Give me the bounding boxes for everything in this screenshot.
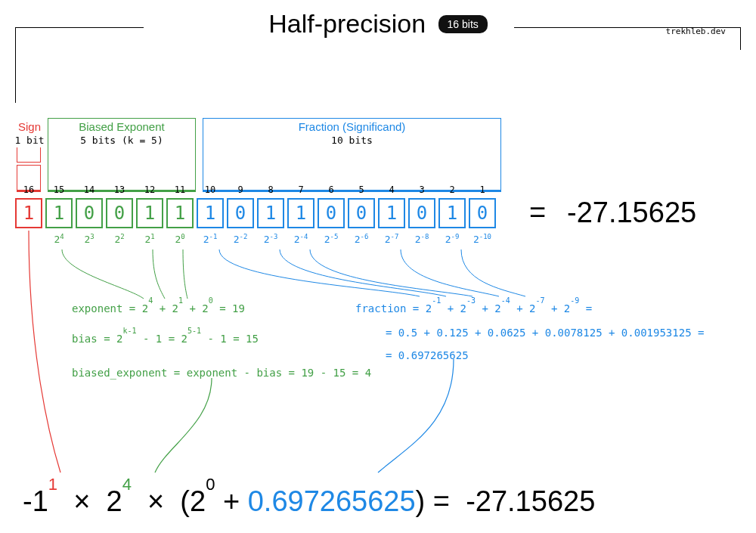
bit-13: 0: [106, 198, 133, 228]
title-bracket-right: [514, 27, 741, 50]
frac-power--10: 2-10: [469, 233, 496, 245]
bit-index-4: 4: [378, 184, 405, 195]
sign-connector: [17, 147, 41, 163]
bit-7: 1: [287, 198, 314, 228]
equals-sign: =: [529, 197, 546, 229]
bit-9: 0: [227, 198, 254, 228]
exp-line-1: exponent = 24 + 21 + 20 = 19: [72, 301, 245, 315]
bit-15: 1: [45, 198, 73, 228]
bit-11: 1: [166, 198, 194, 228]
exp-line-2: bias = 2k-1 - 1 = 25-1 - 1 = 15: [72, 331, 259, 345]
result-value: -27.15625: [567, 197, 696, 229]
frac-power--4: 2-4: [287, 233, 314, 245]
bit-2: 1: [438, 198, 466, 228]
bit-14: 0: [76, 198, 103, 228]
bit-6: 0: [318, 198, 345, 228]
bit-index-8: 8: [257, 184, 284, 195]
bit-index-7: 7: [287, 184, 314, 195]
bit-4: 1: [378, 198, 405, 228]
bit-1: 0: [469, 198, 496, 228]
bit-8: 1: [257, 198, 284, 228]
exponent-label: Biased Exponent: [48, 120, 196, 133]
bit-10: 1: [197, 198, 224, 228]
frac-power--8: 2-8: [408, 233, 435, 245]
bit-index-13: 13: [106, 184, 133, 195]
final-formula: -11 × 24 × (20 + 0.697265625) = -27.1562…: [23, 485, 741, 518]
bit-index-16: 16: [15, 184, 42, 195]
exp-line-3: biased_exponent = exponent - bias = 19 -…: [72, 367, 371, 379]
frac-line-3: = 0.697265625: [386, 349, 469, 361]
bit-index-3: 3: [408, 184, 435, 195]
sign-label: Sign: [11, 120, 48, 133]
exponent-sub: 5 bits (k = 5): [48, 135, 196, 146]
bit-index-1: 1: [469, 184, 496, 195]
bit-16: 1: [15, 198, 42, 228]
bit-12: 1: [136, 198, 163, 228]
bit-index-14: 14: [76, 184, 103, 195]
frac-power--2: 2-2: [227, 233, 254, 245]
bit-row: 1100111011001010: [15, 198, 499, 228]
page-title: Half-precision: [268, 9, 426, 39]
frac-power--9: 2-9: [438, 233, 466, 245]
frac-power--1: 2-1: [197, 233, 224, 245]
bit-index-5: 5: [348, 184, 375, 195]
frac-power--5: 2-5: [318, 233, 345, 245]
frac-power--3: 2-3: [257, 233, 284, 245]
fraction-label: Fraction (Significand): [203, 120, 501, 133]
bit-index-15: 15: [45, 184, 73, 195]
exp-power-1: 21: [136, 233, 163, 245]
exp-power-0: 20: [166, 233, 194, 245]
frac-power--6: 2-6: [348, 233, 375, 245]
frac-line-2: = 0.5 + 0.125 + 0.0625 + 0.0078125 + 0.0…: [386, 327, 704, 339]
bit-5: 0: [348, 198, 375, 228]
fraction-sub: 10 bits: [203, 135, 501, 146]
exp-power-4: 24: [45, 233, 73, 245]
exp-power-3: 23: [76, 233, 103, 245]
bit-3: 0: [408, 198, 435, 228]
bits-badge: 16 bits: [438, 15, 488, 33]
frac-line-1: fraction = 2-1 + 2-3 + 2-4 + 2-7 + 2-9 =: [355, 301, 592, 315]
bit-index-10: 10: [197, 184, 224, 195]
bit-index-11: 11: [166, 184, 194, 195]
title-bracket-left: [15, 27, 144, 103]
sign-sub: 1 bit: [11, 135, 48, 146]
bit-index-12: 12: [136, 184, 163, 195]
bit-index-9: 9: [227, 184, 254, 195]
frac-power--7: 2-7: [378, 233, 405, 245]
bit-index-2: 2: [438, 184, 466, 195]
bit-index-6: 6: [318, 184, 345, 195]
exp-power-2: 22: [106, 233, 133, 245]
